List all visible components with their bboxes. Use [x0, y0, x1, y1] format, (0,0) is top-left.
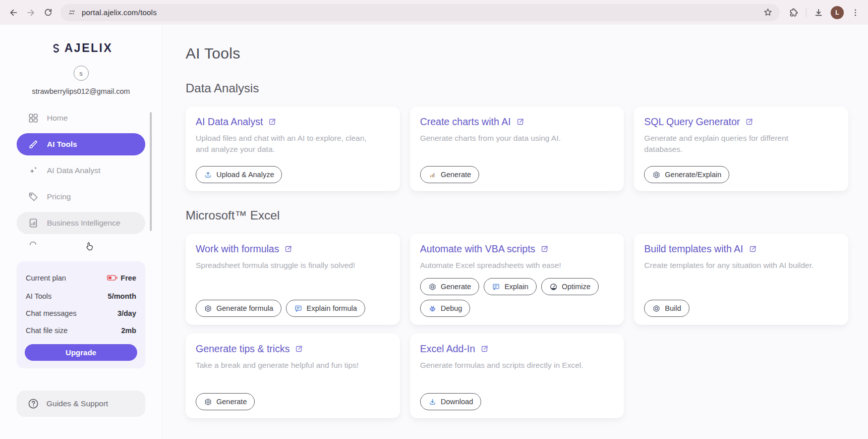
button-automate-with-vba-scripts-explain[interactable]: Explain	[484, 278, 537, 295]
button-generate-tips-tricks-generate[interactable]: Generate	[196, 393, 255, 410]
gauge-icon	[549, 283, 558, 291]
card-description: Generate and explain queries for differe…	[644, 133, 828, 155]
card-actions: Download	[420, 386, 614, 410]
back-icon[interactable]	[5, 4, 22, 21]
card-automate-with-vba-scripts: Automate with VBA scriptsAutomate Excel …	[410, 234, 624, 325]
sidebar-item-ai-data-analyst[interactable]: AI Data Analyst	[17, 159, 145, 182]
section-heading-microsoft-excel: Microsoft™ Excel	[186, 208, 848, 223]
card-actions: Generate	[196, 386, 390, 410]
card-title-link-sql-query-generator[interactable]: SQL Query Generator	[644, 116, 754, 128]
extensions-icon[interactable]	[789, 8, 799, 18]
card-actions: GenerateExplainOptimizeDebug	[420, 271, 614, 317]
button-work-with-formulas-explain-formula[interactable]: Explain formula	[286, 300, 365, 317]
browser-profile-avatar[interactable]: L	[831, 6, 844, 19]
button-automate-with-vba-scripts-debug[interactable]: Debug	[420, 300, 471, 317]
button-sql-query-generator-generate-explain[interactable]: Generate/Explain	[644, 166, 729, 183]
button-label: Generate formula	[216, 304, 273, 312]
button-label: Generate	[441, 283, 471, 291]
plan-label: Current plan	[26, 274, 66, 282]
bookmark-star-icon[interactable]	[763, 8, 773, 17]
ajelix-logo[interactable]: AJELIX	[0, 41, 162, 55]
card-description: Automate Excel spreadsheets with ease!	[420, 260, 604, 271]
extlink-icon	[284, 245, 293, 253]
button-build-templates-with-ai-build[interactable]: Build	[644, 300, 689, 317]
button-label: Explain	[504, 283, 529, 291]
card-title-link-excel-add-in[interactable]: Excel Add-In	[420, 343, 489, 355]
sidebar-item-pricing[interactable]: Pricing	[17, 186, 145, 208]
user-avatar[interactable]: s	[74, 66, 89, 81]
extlink-icon	[516, 118, 525, 126]
sidebar-item-business-intelligence[interactable]: Business Intelligence	[17, 212, 145, 234]
tag-icon	[28, 191, 39, 202]
card-description: Generate charts from your data using AI.	[420, 133, 604, 144]
card-title-link-ai-data-analyst[interactable]: AI Data Analyst	[196, 116, 276, 128]
reload-icon[interactable]	[39, 4, 56, 21]
card-actions: Build	[644, 293, 838, 317]
bug-icon	[428, 304, 437, 313]
button-label: Generate	[216, 398, 247, 406]
sidebar-item-label: Business Intelligence	[47, 218, 121, 228]
card-sql-query-generator: SQL Query GeneratorGenerate and explain …	[634, 106, 848, 191]
address-bar[interactable]: portal.ajelix.com/tools	[61, 4, 780, 21]
downloads-icon[interactable]	[814, 8, 824, 18]
site-info-icon[interactable]	[68, 8, 76, 17]
chart-icon	[428, 171, 437, 179]
card-title: Create charts with AI	[420, 116, 511, 128]
plan-value: 5/month	[108, 292, 136, 300]
button-excel-add-in-download[interactable]: Download	[420, 393, 482, 410]
card-title-link-generate-tips-tricks[interactable]: Generate tips & tricks	[196, 343, 303, 355]
card-actions: Generate formulaExplain formula	[196, 293, 390, 317]
button-create-charts-with-ai-generate[interactable]: Generate	[420, 166, 479, 183]
menu-kebab-icon[interactable]	[851, 8, 860, 17]
sidebar-item-ai-tools[interactable]: AI Tools	[17, 133, 145, 155]
button-label: Upload & Analyze	[216, 171, 274, 179]
brush-icon	[28, 139, 39, 150]
cog-icon	[652, 171, 661, 179]
cog-icon	[652, 304, 661, 313]
chat-icon	[492, 283, 500, 291]
card-title: Build templates with AI	[644, 243, 743, 255]
sidebar-item-home[interactable]: Home	[17, 107, 145, 129]
card-description: Create templates for any situation with …	[644, 260, 828, 271]
card-title-link-work-with-formulas[interactable]: Work with formulas	[196, 243, 293, 255]
card-title-link-build-templates-with-ai[interactable]: Build templates with AI	[644, 243, 757, 255]
sidebar-item-arc[interactable]	[17, 238, 145, 248]
plan-value: Free	[107, 272, 136, 283]
battery-icon	[107, 272, 118, 283]
extlink-icon	[268, 118, 276, 126]
card-title: AI Data Analyst	[196, 116, 263, 128]
url-text: portal.ajelix.com/tools	[82, 8, 157, 17]
extlink-icon	[295, 345, 303, 353]
plan-value-text: 3/day	[118, 309, 136, 317]
guides-support-button[interactable]: Guides & Support	[17, 391, 145, 417]
sidebar-item-label: Pricing	[47, 192, 71, 201]
button-label: Optimize	[562, 283, 591, 291]
button-automate-with-vba-scripts-optimize[interactable]: Optimize	[541, 278, 599, 295]
extlink-icon	[745, 118, 754, 126]
forward-icon[interactable]	[22, 4, 39, 21]
sidebar-scrollbar[interactable]	[150, 112, 152, 231]
upgrade-button[interactable]: Upgrade	[25, 344, 137, 361]
button-automate-with-vba-scripts-generate[interactable]: Generate	[420, 278, 479, 295]
button-work-with-formulas-generate-formula[interactable]: Generate formula	[196, 300, 281, 317]
arc-icon	[28, 238, 39, 248]
extlink-icon	[540, 245, 549, 253]
card-description: Upload files and chat with an AI to expl…	[196, 133, 380, 155]
card-description: Spreadsheet formula struggle is finally …	[196, 260, 380, 271]
card-work-with-formulas: Work with formulasSpreadsheet formula st…	[186, 234, 400, 325]
button-label: Generate/Explain	[665, 171, 721, 179]
card-build-templates-with-ai: Build templates with AICreate templates …	[634, 234, 848, 325]
upload-icon	[204, 171, 212, 179]
button-label: Download	[441, 398, 474, 406]
card-title: Automate with VBA scripts	[420, 243, 536, 255]
plan-label: AI Tools	[26, 292, 51, 300]
grid-icon	[28, 113, 39, 124]
card-title: SQL Query Generator	[644, 116, 740, 128]
plan-label: Chat file size	[26, 326, 68, 335]
sidebar-item-label: Home	[47, 114, 68, 123]
card-description: Generate formulas and scripts directly i…	[420, 360, 604, 371]
card-title-link-automate-with-vba-scripts[interactable]: Automate with VBA scripts	[420, 243, 549, 255]
section-heading-data-analysis: Data Analysis	[186, 81, 848, 95]
button-ai-data-analyst-upload-analyze[interactable]: Upload & Analyze	[196, 166, 282, 183]
card-title-link-create-charts-with-ai[interactable]: Create charts with AI	[420, 116, 525, 128]
